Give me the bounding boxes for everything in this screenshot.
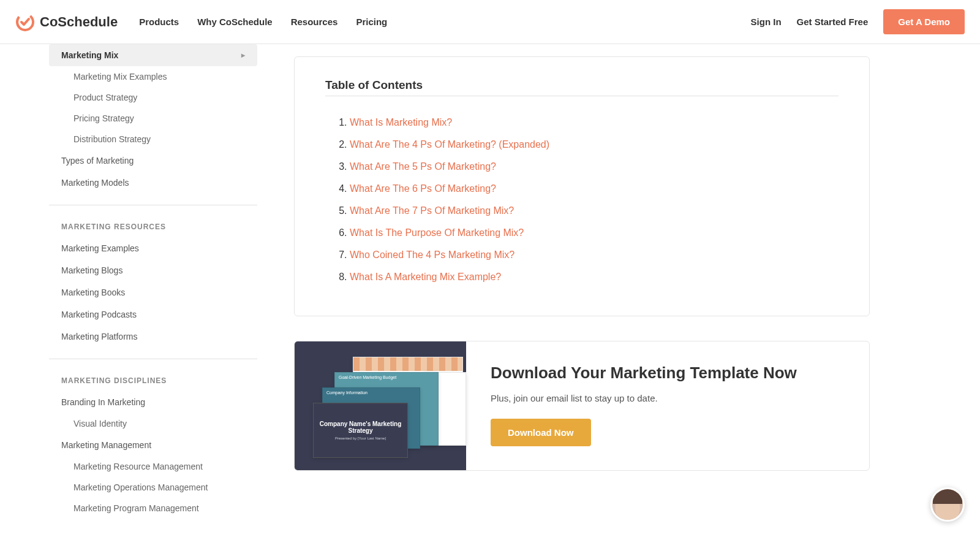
- sidebar-item-management[interactable]: Marketing Management: [49, 434, 257, 456]
- sidebar-heading-disciplines: MARKETING DISCIPLINES: [49, 370, 257, 391]
- template-title: Company Name's Marketing Strategy: [318, 421, 402, 434]
- main-content: Table of Contents What Is Marketing Mix?…: [270, 44, 943, 537]
- toc-link-4[interactable]: What Are The 6 Ps Of Marketing?: [350, 183, 496, 194]
- toc-link-6[interactable]: What Is The Purpose Of Marketing Mix?: [350, 227, 524, 238]
- toc-item: Who Coined The 4 Ps Marketing Mix?: [350, 244, 839, 266]
- primary-nav: Products Why CoSchedule Resources Pricin…: [139, 17, 387, 27]
- sidebar-sub-pricing[interactable]: Pricing Strategy: [49, 108, 257, 129]
- template-byline: Presented by [Your Last Name]: [335, 436, 386, 440]
- download-image: Goal-Driven Marketing Budget Company Inf…: [295, 341, 466, 470]
- nav-products[interactable]: Products: [139, 17, 179, 27]
- chat-avatar-widget[interactable]: [930, 487, 965, 522]
- nav-resources[interactable]: Resources: [291, 17, 338, 27]
- getstarted-link[interactable]: Get Started Free: [797, 17, 869, 27]
- toc-item: What Are The 7 Ps Of Marketing Mix?: [350, 200, 839, 222]
- brand-text: CoSchedule: [40, 14, 118, 30]
- toc-item: What Are The 6 Ps Of Marketing?: [350, 178, 839, 200]
- sidebar-item-marketing-mix[interactable]: Marketing Mix ▸: [49, 44, 257, 66]
- toc-link-1[interactable]: What Is Marketing Mix?: [350, 117, 452, 128]
- sidebar-item-types[interactable]: Types of Marketing: [49, 150, 257, 172]
- nav-why[interactable]: Why CoSchedule: [197, 17, 273, 27]
- sidebar-item-books[interactable]: Marketing Books: [49, 281, 257, 303]
- toc-list: What Is Marketing Mix? What Are The 4 Ps…: [325, 112, 839, 288]
- chevron-right-icon: ▸: [241, 51, 245, 59]
- demo-button[interactable]: Get A Demo: [883, 9, 965, 34]
- toc-item: What Is The Purpose Of Marketing Mix?: [350, 222, 839, 244]
- toc-item: What Are The 5 Ps Of Marketing?: [350, 156, 839, 178]
- sidebar-item-branding[interactable]: Branding In Marketing: [49, 391, 257, 413]
- template-stack: Goal-Driven Marketing Budget Company Inf…: [304, 354, 457, 458]
- nav-pricing[interactable]: Pricing: [356, 17, 387, 27]
- sidebar-item-models[interactable]: Marketing Models: [49, 172, 257, 194]
- toc-link-8[interactable]: What Is A Marketing Mix Example?: [350, 272, 501, 282]
- toc-link-7[interactable]: Who Coined The 4 Ps Marketing Mix?: [350, 249, 514, 260]
- sidebar: Marketing Mix ▸ Marketing Mix Examples P…: [37, 44, 270, 537]
- site-header: CoSchedule Products Why CoSchedule Resou…: [0, 0, 980, 44]
- sidebar-sub-visual-identity[interactable]: Visual Identity: [49, 413, 257, 434]
- sidebar-item-label: Marketing Mix: [61, 50, 118, 60]
- sidebar-sub-examples[interactable]: Marketing Mix Examples: [49, 66, 257, 87]
- sidebar-item-blogs[interactable]: Marketing Blogs: [49, 259, 257, 281]
- logo-icon: [15, 12, 35, 32]
- download-subtitle: Plus, join our email list to stay up to …: [491, 393, 845, 403]
- sidebar-sub-resource-mgmt[interactable]: Marketing Resource Management: [49, 456, 257, 477]
- toc-item: What Are The 4 Ps Of Marketing? (Expande…: [350, 134, 839, 156]
- sidebar-sub-product[interactable]: Product Strategy: [49, 87, 257, 108]
- sidebar-item-podcasts[interactable]: Marketing Podcasts: [49, 303, 257, 326]
- header-left: CoSchedule Products Why CoSchedule Resou…: [15, 12, 387, 32]
- download-button[interactable]: Download Now: [491, 419, 591, 446]
- sidebar-sub-ops-mgmt[interactable]: Marketing Operations Management: [49, 477, 257, 498]
- toc-item: What Is Marketing Mix?: [350, 112, 839, 134]
- sidebar-divider: [49, 359, 257, 359]
- avatar-face-icon: [935, 493, 960, 520]
- template-doc-front: Company Name's Marketing Strategy Presen…: [313, 403, 408, 458]
- toc-link-2[interactable]: What Are The 4 Ps Of Marketing? (Expande…: [350, 139, 549, 150]
- toc-item: What Is A Marketing Mix Example?: [350, 266, 839, 288]
- sidebar-heading-resources: MARKETING RESOURCES: [49, 216, 257, 237]
- sidebar-sub-program-mgmt[interactable]: Marketing Program Management: [49, 498, 257, 519]
- toc-title: Table of Contents: [325, 78, 839, 92]
- sidebar-item-examples[interactable]: Marketing Examples: [49, 237, 257, 259]
- toc-link-3[interactable]: What Are The 5 Ps Of Marketing?: [350, 161, 496, 172]
- signin-link[interactable]: Sign In: [751, 17, 782, 27]
- sidebar-sub-distribution[interactable]: Distribution Strategy: [49, 129, 257, 150]
- logo[interactable]: CoSchedule: [15, 12, 118, 32]
- download-card: Goal-Driven Marketing Budget Company Inf…: [294, 341, 870, 471]
- sidebar-divider: [49, 205, 257, 205]
- page-container: Marketing Mix ▸ Marketing Mix Examples P…: [37, 44, 943, 537]
- header-right: Sign In Get Started Free Get A Demo: [751, 9, 965, 34]
- toc-link-5[interactable]: What Are The 7 Ps Of Marketing Mix?: [350, 205, 514, 216]
- sidebar-item-platforms[interactable]: Marketing Platforms: [49, 326, 257, 348]
- download-content: Download Your Marketing Template Now Plu…: [466, 341, 869, 470]
- toc-divider: [325, 96, 839, 96]
- download-title: Download Your Marketing Template Now: [491, 363, 845, 384]
- toc-card: Table of Contents What Is Marketing Mix?…: [294, 56, 870, 316]
